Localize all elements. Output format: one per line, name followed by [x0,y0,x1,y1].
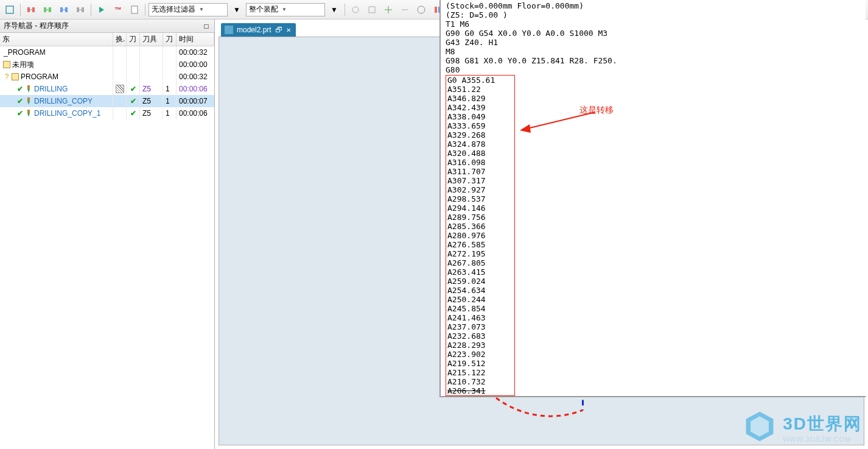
annotation-text: 这是转移 [579,105,614,116]
col-dao[interactable]: 刀 [127,33,140,46]
tool-num: 1 [166,109,170,118]
code-line: A333.659 [447,121,513,130]
watermark: 3D世界网 WWW.3DSJW.COM [743,409,862,445]
toolbar-btn-link2[interactable] [40,2,55,17]
toolbar-btn-link1[interactable] [24,2,38,17]
tab-label: model2.prt [237,26,271,34]
table-row[interactable]: ? PROGRAM00:00:32 [0,71,214,83]
table-row[interactable]: ✔DRILLING_COPY_1✔Z5100:00:06 [0,107,214,119]
tool-label: Z5 [142,97,151,105]
assembly-dropdown-label: 整个装配 [249,4,278,15]
bulb-icon: ? [2,72,11,81]
code-line: G98 G81 X0.0 Y0.0 Z15.841 R28. F250. [446,56,861,65]
table-row[interactable]: _PROGRAM00:00:32 [0,46,214,58]
tab-modified-icon: 🗗 [275,26,282,34]
toolbar-btn-m[interactable]: ™ [111,2,125,17]
toolbar-btn-play[interactable] [94,2,109,17]
filter-dropdown[interactable]: 无选择过滤器 ▼ [149,3,228,16]
toolbar-btn-link3[interactable] [57,2,71,17]
chevron-down-icon: ▼ [282,7,287,12]
code-line: A351.22 [447,85,513,94]
toolbar-btn-d[interactable] [397,2,412,17]
code-line: A280.976 [447,231,513,240]
drill-icon [24,85,33,93]
folder-icon [11,72,19,81]
tool-label: Z5 [142,109,151,118]
code-line: (Z5: D=5.00 ) [446,10,861,19]
toolbar-btn-link4[interactable] [73,2,88,17]
annotation: 这是转移 [516,107,601,140]
code-line: A272.195 [447,249,513,258]
table-row[interactable]: ✔DRILLING_COPY✔Z5100:00:07 [0,95,214,107]
svg-rect-3 [369,7,375,13]
col-daoju[interactable]: 刀具 [140,33,163,46]
separator-icon [20,4,21,16]
table-row[interactable]: 未用项00:00:00 [0,58,214,71]
time-label: 00:00:07 [179,97,208,105]
svg-point-2 [352,7,359,13]
row-label: PROGRAM [21,72,58,81]
toolbar-btn-e[interactable] [414,2,429,17]
code-line: A320.488 [447,149,513,158]
toolbar-btn-doc[interactable] [127,2,142,17]
code-line: A346.829 [447,94,513,103]
svg-rect-5 [435,7,437,13]
svg-rect-0 [6,6,13,13]
svg-rect-10 [27,110,30,113]
separator-icon [91,4,91,16]
code-line: A289.756 [447,213,513,222]
code-line: A298.537 [447,194,513,203]
time-label: 00:00:00 [179,60,208,69]
code-line: M8 [446,47,861,56]
code-line: A219.512 [447,359,513,368]
toolbar-btn-a[interactable] [348,2,363,17]
col-dao2[interactable]: 刀 [163,33,177,46]
code-line: A250.244 [447,295,513,304]
navigator-header: 序导航器 - 程序顺序 □ [0,19,214,33]
col-name[interactable]: 东 [0,33,113,46]
check-icon: ✔ [16,85,24,93]
chevron-down-icon: ▼ [199,7,204,12]
tool-num: 1 [166,85,170,93]
filter-dropdown-label: 无选择过滤器 [152,4,195,15]
row-label: _PROGRAM [4,48,46,57]
model-tab[interactable]: model2.prt 🗗 ✕ [221,23,296,37]
row-label: DRILLING_COPY_1 [34,109,100,118]
code-line: G80 [446,65,861,74]
folder-icon [2,60,11,69]
col-change[interactable]: 换. [113,33,127,46]
assembly-dropdown[interactable]: 整个装配 ▼ [246,3,325,16]
time-label: 00:00:06 [179,109,208,118]
svg-rect-9 [27,97,30,101]
row-label: 未用项 [12,60,34,70]
code-line: A302.927 [447,185,513,194]
code-line: A232.683 [447,331,513,341]
drill-icon [24,109,33,118]
toolbar-btn-ar[interactable]: ▼ [229,2,244,17]
col-time[interactable]: 时间 [177,33,214,46]
code-line: A285.366 [447,222,513,231]
navigator-panel: 序导航器 - 程序顺序 □ 东 换. 刀 刀具 刀 时间 _PROGRAM00:… [0,19,215,449]
panel-max-icon[interactable]: □ [202,22,211,30]
tool-num: 1 [166,97,170,105]
time-label: 00:00:32 [179,72,208,81]
hatch-icon [116,85,124,93]
toolbar-btn-1[interactable] [2,2,17,17]
toolbar-btn-b[interactable] [365,2,379,17]
close-icon[interactable]: ✕ [286,27,291,34]
code-line: A245.854 [447,304,513,313]
code-redbox: G0 A355.61A351.22A346.829A342.439A338.04… [446,75,515,396]
drill-icon [24,97,33,105]
toolbar-btn-ar2[interactable]: ▼ [327,2,341,17]
code-line: G0 A355.61 [447,76,513,85]
toolbar-btn-c[interactable] [381,2,396,17]
code-line: A263.415 [447,267,513,277]
code-line: A294.146 [447,203,513,213]
code-line: A241.463 [447,313,513,322]
code-line: A338.049 [447,112,513,121]
code-panel: (Stock=0.000mm Floor=0.000mm)(Z5: D=5.00… [439,0,866,397]
check-icon: ✔ [129,97,138,105]
code-header: (Stock=0.000mm Floor=0.000mm)(Z5: D=5.00… [446,1,861,74]
watermark-logo-icon [743,409,777,445]
table-row[interactable]: ✔DRILLING✔Z5100:00:06 [0,83,214,95]
